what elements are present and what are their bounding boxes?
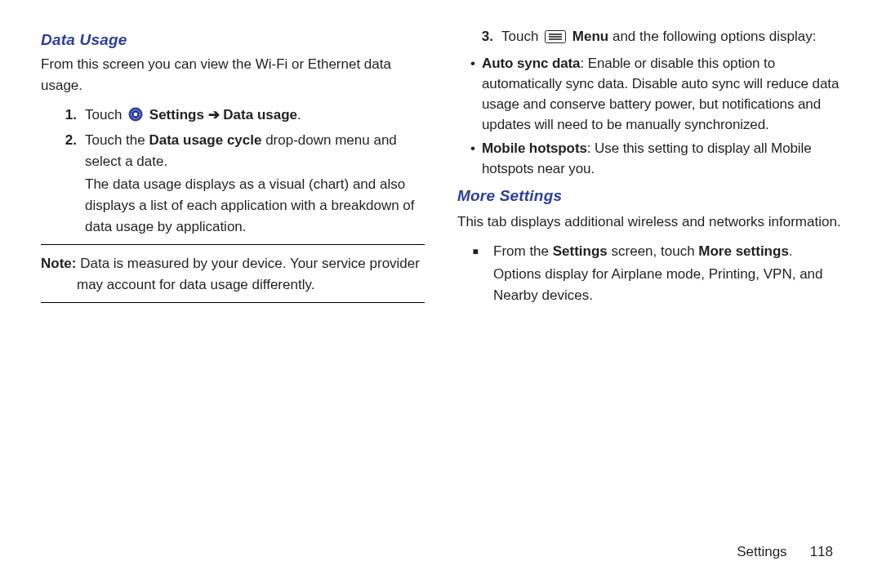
menu-icon	[545, 29, 566, 50]
svg-point-2	[134, 113, 138, 117]
divider-top	[41, 244, 425, 245]
sq-text-c: screen, touch	[608, 243, 699, 259]
bullet-dot-icon: •	[470, 53, 482, 135]
left-column: Data Usage From this screen you can view…	[41, 24, 425, 311]
note-text: Data is measured by your device. Your se…	[76, 256, 419, 292]
step-1-bold: Settings ➔ Data usage	[149, 107, 297, 122]
sq-bold-settings: Settings	[553, 243, 608, 259]
square-bullet-icon: ■	[457, 241, 493, 306]
step-2: 2. Touch the Data usage cycle drop-down …	[41, 130, 425, 238]
step-1: 1. Touch Settings ➔ Data usage.	[41, 105, 425, 128]
sq-text-a: From the	[493, 243, 553, 259]
divider-bottom	[41, 302, 425, 303]
bullet-dot-icon: •	[470, 138, 482, 179]
bullet-2-label: Mobile hotspots	[482, 140, 587, 156]
step-3: 3. Touch Menu and the following options …	[457, 26, 841, 50]
step-1-text-post: .	[297, 107, 301, 122]
step-3-text-post: and the following options display:	[608, 29, 816, 44]
step-number: 1.	[41, 105, 85, 128]
step-2-sub: The data usage displays as a visual (cha…	[85, 174, 425, 238]
step-2-text-a: Touch the	[85, 132, 149, 148]
settings-gear-icon	[128, 107, 143, 128]
sq-bold-more: More settings	[698, 243, 789, 259]
footer-section: Settings	[737, 544, 786, 559]
step-2-bold: Data usage cycle	[149, 132, 261, 148]
page-footer: Settings118	[737, 544, 833, 560]
footer-page-number: 118	[810, 544, 833, 559]
heading-data-usage: Data Usage	[41, 31, 425, 49]
step-3-text-pre: Touch	[501, 29, 542, 44]
note-label: Note:	[41, 256, 76, 271]
heading-more-settings: More Settings	[457, 185, 841, 207]
step-1-text-pre: Touch	[85, 107, 126, 122]
bullet-1-label: Auto sync data	[482, 56, 580, 71]
note-block: Note: Data is measured by your device. Y…	[41, 253, 425, 296]
more-settings-intro: This tab displays additional wireless an…	[457, 212, 841, 233]
bullet-mobile-hotspots: • Mobile hotspots: Use this setting to d…	[470, 138, 841, 179]
step-number: 3.	[457, 26, 501, 50]
intro-paragraph: From this screen you can view the Wi-Fi …	[41, 54, 425, 96]
step-3-bold: Menu	[572, 29, 608, 44]
right-column: 3. Touch Menu and the following options …	[457, 24, 841, 311]
sq-text-e: .	[789, 243, 793, 259]
more-settings-item: ■ From the Settings screen, touch More s…	[457, 241, 841, 306]
bullet-auto-sync: • Auto sync data: Enable or disable this…	[470, 53, 841, 135]
step-number: 2.	[41, 130, 85, 238]
sq-sub: Options display for Airplane mode, Print…	[493, 264, 841, 306]
